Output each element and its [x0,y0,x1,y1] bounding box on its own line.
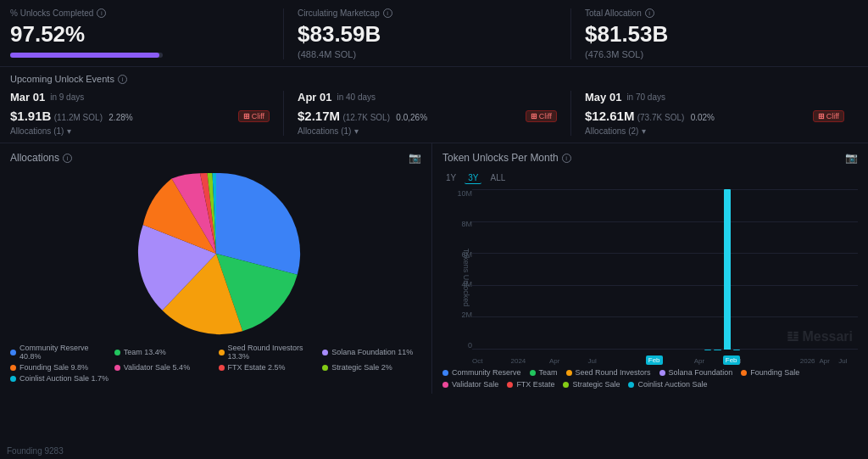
bar-group[interactable] [656,189,665,350]
token-unlocks-panel: Token Unlocks Per Month i 📷 1Y 3Y ALL 10… [432,143,868,394]
chart-time-controls: 1Y 3Y ALL [442,172,858,184]
bar-group[interactable] [799,189,808,350]
chart-legend-item: Team [530,368,558,377]
token-unlocks-info-icon[interactable]: i [562,154,571,163]
bar-group[interactable] [550,189,559,350]
bottom-section: Allocations i 📷 [0,143,868,394]
token-unlocks-camera-icon[interactable]: 📷 [845,152,858,164]
alloc-legend-item: Team 13.4% [114,344,214,361]
allocations-camera-icon[interactable]: 📷 [409,152,421,164]
bar-group[interactable] [627,189,636,350]
bar-group[interactable] [685,189,693,350]
unlocks-info-icon[interactable]: i [97,8,106,18]
bar-group[interactable] [493,189,502,350]
bar-group[interactable] [713,189,721,350]
event-1-cliff-badge: ⊞ Cliff [526,110,557,122]
bar-group[interactable] [732,189,741,350]
bar-group[interactable] [589,189,598,350]
x-axis-tick: Jul [588,357,597,365]
bar-group[interactable] [809,189,817,350]
bar-group[interactable] [608,189,616,350]
bar-group[interactable] [723,189,732,350]
chart-btn-1y[interactable]: 1Y [442,172,459,184]
bar-group[interactable] [742,189,750,350]
bar-group[interactable] [617,189,626,350]
chart-legend-item: Validator Sale [442,380,498,389]
bar-group[interactable] [560,189,569,350]
x-axis: Oct2024AprJulFebAprJul2026AprJulFeb [472,350,858,365]
chart-btn-all[interactable]: ALL [487,172,509,184]
allocations-panel: Allocations i 📷 [0,143,432,394]
bar-group[interactable] [752,189,760,350]
x-axis-tick: 2026 [800,357,815,365]
marketcap-info-icon[interactable]: i [383,8,392,18]
footer: Founding 9283 [0,443,70,459]
total-alloc-label: Total Allocation i [585,8,844,18]
unlock-events-info-icon[interactable]: i [118,75,127,84]
event-0-cliff-badge: ⊞ Cliff [238,110,270,122]
alloc-legend-item: Solana Foundation 11% [322,344,421,361]
unlock-events-section: Upcoming Unlock Events i Mar 01 in 9 day… [0,67,868,143]
event-1-alloc[interactable]: Allocations (1) ▾ [298,126,557,136]
bar-group[interactable] [848,189,856,350]
bar-group[interactable] [675,189,683,350]
bar-group[interactable] [704,189,712,350]
bar-group[interactable] [570,189,578,350]
bar-group[interactable] [646,189,654,350]
alloc-legend-item: Community Reserve 40.8% [10,344,109,361]
bar-group[interactable] [665,189,674,350]
x-axis-tick: 2024 [511,357,526,365]
x-axis-tick: Feb [646,355,663,365]
bar-group[interactable] [637,189,645,350]
bar-group[interactable] [761,189,770,350]
bar-group[interactable] [512,189,520,350]
alloc-legend-item: Seed Round Investors 13.3% [219,344,318,361]
bar-group[interactable] [483,189,492,350]
chart-btn-3y[interactable]: 3Y [465,172,481,184]
x-axis-tick: Apr [549,357,559,365]
bars-container [472,189,858,350]
bar-group[interactable] [828,189,837,350]
x-axis-tick: Apr [820,357,830,365]
marketcap-value: $83.59B [298,21,557,48]
bar-group[interactable] [837,189,846,350]
bar-group[interactable] [819,189,827,350]
y-axis-tick: 10M [457,189,472,198]
token-unlocks-title: Token Unlocks Per Month i [442,152,571,164]
y-axis-tick: 8M [461,220,472,228]
event-2-alloc[interactable]: Allocations (2) ▾ [585,126,844,136]
event-2-sol: (73.7K SOL) [637,113,685,122]
total-alloc-info-icon[interactable]: i [645,8,654,18]
event-1-date: Apr 01 [298,91,331,104]
bar-group[interactable] [694,189,703,350]
bar-group[interactable] [474,189,482,350]
bar-group[interactable] [790,189,798,350]
chart-legend-item: Solana Foundation [659,368,733,377]
highlighted-bar-label: Feb [723,355,740,365]
total-alloc-sub: (476.3M SOL) [585,49,844,59]
unlocks-pct-value: 97.52% [10,21,270,48]
bar-group[interactable] [521,189,530,350]
event-0-sol: (11.2M SOL) [54,113,103,122]
bar-group[interactable] [771,189,779,350]
bar-group[interactable] [541,189,549,350]
event-0-amount: $1.91B [10,109,51,123]
bar-group[interactable] [503,189,511,350]
x-axis-tick: Jul [838,357,847,365]
event-2-days: in 70 days [626,92,665,102]
marketcap-label: Circulating Marketcap i [298,8,557,18]
bar-group[interactable] [531,189,540,350]
x-axis-tick: Apr [694,357,704,365]
bar-group[interactable] [781,189,789,350]
bar-group[interactable] [579,189,587,350]
marketcap-sub: (488.4M SOL) [298,49,557,59]
unlock-events-list: Mar 01 in 9 days $1.91B (11.2M SOL) 2.28… [10,91,858,136]
chart-legend: Community ReserveTeamSeed Round Investor… [442,368,858,389]
total-alloc-value: $81.53B [585,21,844,48]
allocations-info-icon[interactable]: i [63,154,72,163]
alloc-legend-item: Strategic Sale 2% [322,363,421,372]
allocations-legend: Community Reserve 40.8%Team 13.4%Seed Ro… [10,344,421,383]
event-0-alloc[interactable]: Allocations (1) ▾ [10,126,270,136]
bar-group[interactable] [598,189,607,350]
chart-legend-item: Founding Sale [741,368,799,377]
